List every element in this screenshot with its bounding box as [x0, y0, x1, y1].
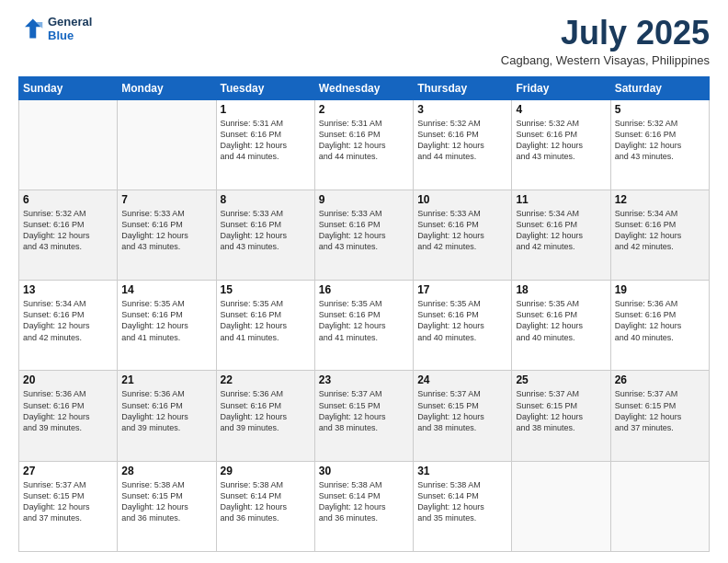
calendar-cell: 24Sunrise: 5:37 AM Sunset: 6:15 PM Dayli…: [414, 371, 512, 461]
day-number: 20: [23, 373, 113, 386]
day-info: Sunrise: 5:33 AM Sunset: 6:16 PM Dayligh…: [121, 208, 211, 253]
day-info: Sunrise: 5:31 AM Sunset: 6:16 PM Dayligh…: [221, 118, 311, 163]
weekday-header: Saturday: [610, 76, 709, 99]
day-number: 11: [516, 193, 606, 206]
day-info: Sunrise: 5:34 AM Sunset: 6:16 PM Dayligh…: [615, 208, 705, 253]
day-number: 10: [417, 193, 507, 206]
calendar-cell: 18Sunrise: 5:35 AM Sunset: 6:16 PM Dayli…: [512, 281, 610, 371]
day-number: 19: [615, 283, 705, 296]
day-info: Sunrise: 5:38 AM Sunset: 6:14 PM Dayligh…: [221, 479, 311, 524]
weekday-header: Tuesday: [216, 76, 314, 99]
day-info: Sunrise: 5:33 AM Sunset: 6:16 PM Dayligh…: [319, 208, 409, 253]
day-info: Sunrise: 5:37 AM Sunset: 6:15 PM Dayligh…: [23, 479, 113, 524]
calendar-week-row: 27Sunrise: 5:37 AM Sunset: 6:15 PM Dayli…: [19, 461, 710, 551]
calendar-cell: 22Sunrise: 5:36 AM Sunset: 6:16 PM Dayli…: [216, 371, 314, 461]
day-number: 3: [417, 103, 507, 116]
calendar-cell: 21Sunrise: 5:36 AM Sunset: 6:16 PM Dayli…: [118, 371, 216, 461]
day-info: Sunrise: 5:37 AM Sunset: 6:15 PM Dayligh…: [319, 388, 409, 433]
calendar-cell: 14Sunrise: 5:35 AM Sunset: 6:16 PM Dayli…: [118, 281, 216, 371]
weekday-header: Thursday: [414, 76, 512, 99]
calendar-cell: 11Sunrise: 5:34 AM Sunset: 6:16 PM Dayli…: [512, 190, 610, 280]
logo: General Blue: [18, 15, 92, 42]
day-info: Sunrise: 5:35 AM Sunset: 6:16 PM Dayligh…: [516, 298, 606, 343]
calendar-cell: 4Sunrise: 5:32 AM Sunset: 6:16 PM Daylig…: [512, 99, 610, 190]
calendar-cell: 2Sunrise: 5:31 AM Sunset: 6:16 PM Daylig…: [314, 99, 413, 190]
calendar-cell: 7Sunrise: 5:33 AM Sunset: 6:16 PM Daylig…: [118, 190, 216, 280]
weekday-header: Sunday: [19, 76, 118, 99]
logo-icon: [18, 16, 44, 41]
day-info: Sunrise: 5:35 AM Sunset: 6:16 PM Dayligh…: [121, 298, 211, 343]
day-info: Sunrise: 5:37 AM Sunset: 6:15 PM Dayligh…: [615, 388, 705, 433]
calendar-cell: 19Sunrise: 5:36 AM Sunset: 6:16 PM Dayli…: [610, 281, 709, 371]
day-number: 14: [121, 283, 211, 296]
svg-marker-0: [25, 19, 41, 39]
day-number: 25: [516, 373, 606, 386]
calendar-cell: 1Sunrise: 5:31 AM Sunset: 6:16 PM Daylig…: [216, 99, 314, 190]
title-area: July 2025 Cagbang, Western Visayas, Phil…: [501, 15, 710, 67]
day-info: Sunrise: 5:33 AM Sunset: 6:16 PM Dayligh…: [221, 208, 311, 253]
day-number: 26: [615, 373, 705, 386]
day-number: 7: [121, 193, 211, 206]
header: General Blue July 2025 Cagbang, Western …: [18, 15, 710, 67]
day-info: Sunrise: 5:32 AM Sunset: 6:16 PM Dayligh…: [23, 208, 113, 253]
day-info: Sunrise: 5:34 AM Sunset: 6:16 PM Dayligh…: [23, 298, 113, 343]
day-number: 6: [23, 193, 113, 206]
weekday-header: Friday: [512, 76, 610, 99]
calendar-cell: 31Sunrise: 5:38 AM Sunset: 6:14 PM Dayli…: [414, 461, 512, 551]
day-info: Sunrise: 5:34 AM Sunset: 6:16 PM Dayligh…: [516, 208, 606, 253]
calendar-cell: 8Sunrise: 5:33 AM Sunset: 6:16 PM Daylig…: [216, 190, 314, 280]
calendar-header-row: SundayMondayTuesdayWednesdayThursdayFrid…: [19, 76, 710, 99]
day-info: Sunrise: 5:37 AM Sunset: 6:15 PM Dayligh…: [516, 388, 606, 433]
day-number: 13: [23, 283, 113, 296]
day-number: 9: [319, 193, 409, 206]
calendar-cell: 29Sunrise: 5:38 AM Sunset: 6:14 PM Dayli…: [216, 461, 314, 551]
day-number: 29: [221, 465, 311, 477]
day-info: Sunrise: 5:38 AM Sunset: 6:14 PM Dayligh…: [417, 479, 507, 524]
calendar-cell: 13Sunrise: 5:34 AM Sunset: 6:16 PM Dayli…: [19, 281, 118, 371]
calendar-cell: 23Sunrise: 5:37 AM Sunset: 6:15 PM Dayli…: [314, 371, 413, 461]
month-title: July 2025: [501, 15, 710, 52]
day-number: 8: [221, 193, 311, 206]
calendar-cell: [512, 461, 610, 551]
day-number: 2: [319, 103, 409, 116]
calendar-cell: 30Sunrise: 5:38 AM Sunset: 6:14 PM Dayli…: [314, 461, 413, 551]
day-number: 24: [417, 373, 507, 386]
calendar-cell: [610, 461, 709, 551]
calendar-week-row: 13Sunrise: 5:34 AM Sunset: 6:16 PM Dayli…: [19, 281, 710, 371]
calendar-week-row: 1Sunrise: 5:31 AM Sunset: 6:16 PM Daylig…: [19, 99, 710, 190]
day-number: 30: [319, 465, 409, 477]
day-info: Sunrise: 5:32 AM Sunset: 6:16 PM Dayligh…: [417, 118, 507, 163]
calendar-cell: 6Sunrise: 5:32 AM Sunset: 6:16 PM Daylig…: [19, 190, 118, 280]
day-info: Sunrise: 5:32 AM Sunset: 6:16 PM Dayligh…: [516, 118, 606, 163]
day-number: 31: [417, 465, 507, 477]
weekday-header: Wednesday: [314, 76, 413, 99]
page: General Blue July 2025 Cagbang, Western …: [0, 0, 728, 563]
day-number: 1: [221, 103, 311, 116]
calendar-cell: 15Sunrise: 5:35 AM Sunset: 6:16 PM Dayli…: [216, 281, 314, 371]
calendar-cell: 10Sunrise: 5:33 AM Sunset: 6:16 PM Dayli…: [414, 190, 512, 280]
calendar-cell: [118, 99, 216, 190]
day-info: Sunrise: 5:31 AM Sunset: 6:16 PM Dayligh…: [319, 118, 409, 163]
calendar-cell: [19, 99, 118, 190]
day-info: Sunrise: 5:33 AM Sunset: 6:16 PM Dayligh…: [417, 208, 507, 253]
day-number: 18: [516, 283, 606, 296]
calendar-cell: 17Sunrise: 5:35 AM Sunset: 6:16 PM Dayli…: [414, 281, 512, 371]
day-info: Sunrise: 5:36 AM Sunset: 6:16 PM Dayligh…: [23, 388, 113, 433]
weekday-header: Monday: [118, 76, 216, 99]
calendar-cell: 9Sunrise: 5:33 AM Sunset: 6:16 PM Daylig…: [314, 190, 413, 280]
day-number: 21: [121, 373, 211, 386]
day-info: Sunrise: 5:37 AM Sunset: 6:15 PM Dayligh…: [417, 388, 507, 433]
day-number: 27: [23, 465, 113, 477]
calendar-cell: 5Sunrise: 5:32 AM Sunset: 6:16 PM Daylig…: [610, 99, 709, 190]
calendar-cell: 12Sunrise: 5:34 AM Sunset: 6:16 PM Dayli…: [610, 190, 709, 280]
day-number: 4: [516, 103, 606, 116]
day-info: Sunrise: 5:35 AM Sunset: 6:16 PM Dayligh…: [221, 298, 311, 343]
calendar-cell: 26Sunrise: 5:37 AM Sunset: 6:15 PM Dayli…: [610, 371, 709, 461]
calendar-week-row: 20Sunrise: 5:36 AM Sunset: 6:16 PM Dayli…: [19, 371, 710, 461]
logo-text: General Blue: [48, 15, 92, 42]
calendar-cell: 16Sunrise: 5:35 AM Sunset: 6:16 PM Dayli…: [314, 281, 413, 371]
calendar-cell: 25Sunrise: 5:37 AM Sunset: 6:15 PM Dayli…: [512, 371, 610, 461]
calendar-cell: 28Sunrise: 5:38 AM Sunset: 6:15 PM Dayli…: [118, 461, 216, 551]
day-number: 17: [417, 283, 507, 296]
location: Cagbang, Western Visayas, Philippines: [501, 53, 710, 67]
